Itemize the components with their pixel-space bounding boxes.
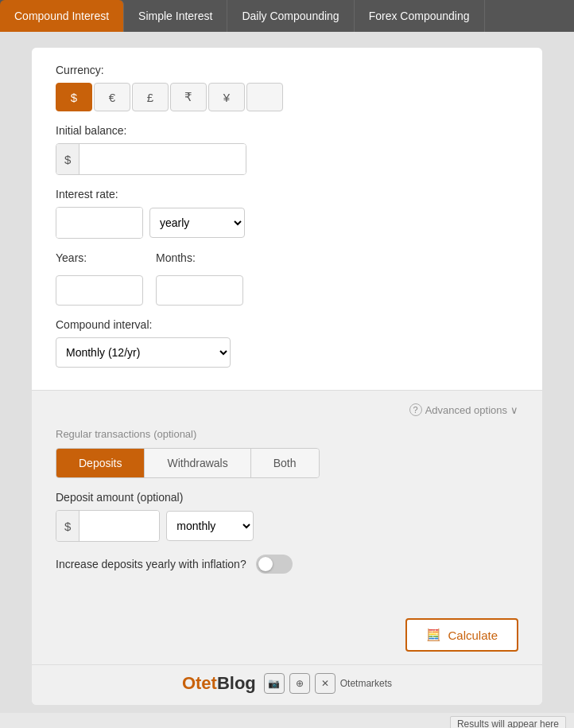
- years-input[interactable]: 0: [56, 275, 143, 306]
- advanced-section: ? Advanced options ∨ Regular transaction…: [32, 391, 542, 605]
- currency-btn-eur[interactable]: €: [94, 83, 130, 111]
- transaction-optional: (optional): [153, 428, 196, 440]
- currency-btn-gbp[interactable]: £: [132, 83, 169, 111]
- help-icon: ?: [409, 403, 422, 416]
- deposit-frequency-select[interactable]: monthly weekly yearly: [166, 511, 254, 541]
- results-bar: Results will appear here: [0, 713, 574, 728]
- transaction-type-tabs: Deposits Withdrawals Both: [56, 448, 320, 478]
- currency-btn-inr[interactable]: ₹: [170, 83, 207, 111]
- currency-btn-usd[interactable]: $: [56, 83, 92, 111]
- interest-rate-frequency[interactable]: yearly monthly daily: [149, 208, 245, 238]
- duration-row: Years: 0 Months: 0: [56, 251, 518, 306]
- tab-compound-interest[interactable]: Compound Interest: [0, 0, 124, 32]
- brand-prefix: Otet: [182, 673, 217, 693]
- interest-rate-input[interactable]: [56, 208, 143, 238]
- deposit-amount-label: Deposit amount (optional): [56, 491, 518, 504]
- deposit-amount-input[interactable]: [80, 511, 159, 541]
- advanced-options-row: ? Advanced options ∨: [56, 403, 518, 416]
- brand-bar: OtetBlog 📷 ⊕ ✕ Otetmarkets: [32, 664, 542, 705]
- currency-label: Currency:: [56, 64, 518, 76]
- years-group: Years: 0: [56, 251, 143, 306]
- brand-suffix: Blog: [217, 673, 256, 693]
- tab-deposits[interactable]: Deposits: [56, 449, 145, 477]
- calculate-label: Calculate: [448, 629, 498, 642]
- compound-interval-label: Compound interval:: [56, 318, 518, 331]
- interest-rate-group: %: [56, 207, 143, 239]
- inflation-toggle-row: Increase deposits yearly with inflation?: [56, 555, 518, 574]
- calculator-card: Currency: $ € £ ₹ ¥ Initial balance: $: [32, 48, 542, 705]
- currency-btn-jpy[interactable]: ¥: [208, 83, 245, 111]
- deposit-prefix: $: [56, 511, 80, 541]
- interest-rate-row: % yearly monthly daily: [56, 207, 518, 239]
- initial-balance-prefix: $: [56, 144, 80, 174]
- calculator-icon: 🧮: [426, 628, 441, 642]
- calculate-button[interactable]: 🧮 Calculate: [405, 618, 518, 652]
- initial-balance-label: Initial balance:: [56, 124, 518, 137]
- main-area: Currency: $ € £ ₹ ¥ Initial balance: $: [0, 32, 574, 713]
- instagram-icon[interactable]: 📷: [264, 673, 285, 694]
- deposit-amount-row: $ monthly weekly yearly: [56, 510, 518, 542]
- inflation-label: Increase deposits yearly with inflation?: [56, 558, 246, 570]
- tab-daily-compounding[interactable]: Daily Compounding: [227, 0, 354, 32]
- currency-btn-other[interactable]: [246, 83, 283, 111]
- chevron-down-icon: ∨: [510, 404, 518, 416]
- tab-withdrawals[interactable]: Withdrawals: [145, 449, 250, 477]
- social-icons: 📷 ⊕ ✕ Otetmarkets: [264, 673, 392, 694]
- tab-both[interactable]: Both: [251, 449, 319, 477]
- tab-forex-compounding[interactable]: Forex Compounding: [355, 0, 485, 32]
- compound-interval-select[interactable]: Monthly (12/yr) Daily (365/yr) Weekly (5…: [56, 337, 231, 368]
- advanced-options-toggle[interactable]: ? Advanced options ∨: [409, 403, 518, 416]
- circle-icon[interactable]: ⊕: [289, 673, 310, 694]
- calculate-row: 🧮 Calculate: [32, 605, 542, 664]
- deposit-label-text: Deposit amount: [56, 491, 134, 504]
- form-section: Currency: $ € £ ₹ ¥ Initial balance: $: [32, 48, 542, 391]
- x-twitter-icon[interactable]: ✕: [315, 673, 335, 694]
- brand-handle: Otetmarkets: [340, 678, 392, 689]
- tab-bar: Compound Interest Simple Interest Daily …: [0, 0, 574, 32]
- months-input[interactable]: 0: [156, 275, 243, 306]
- transaction-label-text: Regular transactions: [56, 428, 150, 440]
- interest-rate-label: Interest rate:: [56, 188, 518, 200]
- brand-logo: OtetBlog: [182, 673, 256, 694]
- currency-selector: $ € £ ₹ ¥: [56, 83, 518, 111]
- initial-balance-input[interactable]: [80, 144, 246, 174]
- inflation-toggle[interactable]: [256, 555, 293, 574]
- initial-balance-group: $: [56, 143, 246, 175]
- deposit-input-group: $: [56, 510, 160, 542]
- advanced-options-label: Advanced options: [425, 404, 507, 416]
- tab-simple-interest[interactable]: Simple Interest: [124, 0, 227, 32]
- months-group: Months: 0: [156, 251, 243, 306]
- transaction-label: Regular transactions (optional): [56, 427, 518, 440]
- years-label: Years:: [56, 251, 143, 264]
- deposit-optional-text: (optional): [137, 491, 183, 504]
- months-label: Months:: [156, 251, 243, 264]
- results-label: Results will appear here: [450, 716, 566, 728]
